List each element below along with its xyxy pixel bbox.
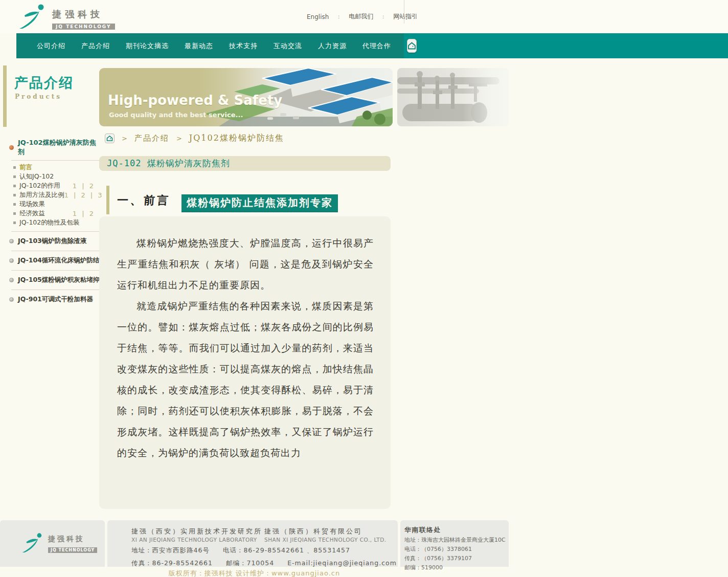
hero-banner: High-powered & Safety Good quality and t… — [99, 68, 393, 126]
photo-fade — [463, 68, 509, 126]
logo-text-cn: 捷强科技 — [52, 8, 115, 20]
sidebar-item-jq104[interactable]: JQ-104循环流化床锅炉防结焦剂 — [7, 251, 99, 270]
bullet-icon — [9, 258, 14, 263]
bullet-icon — [9, 239, 14, 243]
sidebar-item-jq103[interactable]: JQ-103锅炉防焦除渣液 — [7, 232, 99, 251]
nav-item-products[interactable]: 产品介绍 — [81, 41, 110, 51]
content-panel: 煤粉锅炉燃烧热强度大、炉膛温度高，运行中很易产生严重结焦和积灰（ 灰堵） 问题，… — [99, 216, 391, 509]
bullet-icon — [9, 297, 14, 302]
sidebar-menu: JQ-102煤粉锅炉清灰防焦剂 前言 认知JQ-102 JQ-102的作用 1 … — [7, 135, 99, 309]
nav-item-hr[interactable]: 人力资源 — [318, 41, 347, 51]
body-paragraph-1: 煤粉锅炉燃烧热强度大、炉膛温度高，运行中很易产生严重结焦和积灰（ 灰堵） 问题，… — [117, 233, 374, 296]
equipment-photo — [397, 68, 509, 126]
logo-text-en: JQ TECHNOLOGY — [52, 24, 115, 30]
link-separator: ： — [336, 13, 342, 20]
breadcrumb-separator: > — [122, 135, 127, 142]
home-icon — [407, 41, 416, 50]
company1-name: 捷强（西安）实用新技术开发研究所 — [131, 527, 264, 536]
footer-address: 地址：西安市西影路46号 — [131, 546, 210, 555]
company2-name: 捷强（陕西）科贸有限公司 — [264, 527, 386, 536]
footer: 捷强科技 JQ TECHNOLOGY 捷强（西安）实用新技术开发研究所 XI A… — [0, 520, 509, 567]
nav-item-support[interactable]: 技术支持 — [229, 41, 258, 51]
sidebar-item-usage[interactable]: 加用方法及比例 1 | 2 | 3 — [7, 190, 99, 199]
footer-logo-text-en: JQ TECHNOLOGY — [48, 547, 97, 553]
south-phone: 电话：（0756）3378061 — [404, 545, 509, 553]
heading-accent-stripe — [106, 186, 109, 214]
company1-name-en: XI AN JIEQIANG TECHNOLOGY LABORATORY — [131, 537, 264, 543]
pagination-links[interactable]: 1 | 2 — [73, 210, 95, 217]
copyright-text: 版权所有：接强科技 设计维护： — [169, 569, 271, 577]
banner-title: High-powered & Safety — [108, 93, 282, 108]
footer-zip: 邮编：710054 — [226, 559, 274, 568]
footer-logo: 捷强科技 JQ TECHNOLOGY — [21, 531, 97, 556]
foreword-heading-row: 一、前言 煤粉锅炉防止结焦添加剂专家 — [106, 186, 391, 215]
footer-phone: 电话：86-29-85542661 、85531457 — [223, 546, 350, 555]
bullet-icon — [9, 278, 14, 282]
sidebar-subtitle: Products — [15, 93, 62, 100]
square-bullet-icon — [13, 175, 16, 178]
home-button[interactable] — [407, 39, 417, 53]
square-bullet-icon — [13, 221, 16, 224]
utility-links: English ： 电邮我们 ： 网站指引 — [307, 12, 418, 21]
sidebar-group-label: JQ-102煤粉锅炉清灰防焦剂 — [18, 138, 99, 157]
footer-logo-panel: 捷强科技 JQ TECHNOLOGY — [0, 520, 105, 567]
nav-item-agency[interactable]: 代理合作 — [362, 41, 391, 51]
sidebar-item-economic[interactable]: 经济效益 1 | 2 — [7, 209, 99, 218]
footer-email-link[interactable]: E-mail:jieqiang@jieqiang.com — [287, 559, 397, 568]
footer-south-panel: 华南联络处 地址：珠海吉大园林路金景商业大厦10C 电话：（0756）33780… — [400, 520, 509, 567]
square-bullet-icon — [13, 194, 16, 196]
main-nav-left: 公司介绍 产品介绍 期刊论文摘选 最新动态 技术支持 互动交流 人力资源 代理合… — [16, 33, 404, 58]
square-bullet-icon — [13, 185, 16, 187]
logo-swoosh-icon — [18, 3, 48, 30]
logo-swoosh-icon — [21, 531, 45, 556]
sidebar-group-jq102[interactable]: JQ-102煤粉锅炉清灰防焦剂 — [7, 135, 99, 160]
nav-item-news[interactable]: 最新动态 — [185, 41, 213, 51]
footer-logo-text-cn: 捷强科技 — [48, 535, 97, 544]
breadcrumb: > 产品介绍 > JQ102煤粉锅炉防结焦 — [105, 133, 284, 144]
sidebar-item-foreword[interactable]: 前言 — [7, 163, 99, 172]
section-title: JQ-102 煤粉锅炉清灰防焦剂 — [107, 158, 230, 169]
breadcrumb-current[interactable]: JQ102煤粉锅炉防结焦 — [189, 133, 284, 144]
top-header: 捷强科技 JQ TECHNOLOGY English ： 电邮我们 ： 网站指引 — [0, 0, 728, 33]
sidebar-item-field-effect[interactable]: 现场效果 — [7, 199, 99, 209]
header-divider — [404, 0, 404, 24]
south-fax: 传真：（0756）3379107 — [404, 554, 509, 562]
link-email-us[interactable]: 电邮我们 — [349, 12, 373, 21]
main-nav: 公司介绍 产品介绍 期刊论文摘选 最新动态 技术支持 互动交流 人力资源 代理合… — [16, 33, 728, 58]
sidebar-accent-stripe — [3, 65, 7, 127]
sidebar-item-packaging[interactable]: JQ-102的物性及包装 — [7, 218, 99, 227]
pagination-links[interactable]: 1 | 2 — [73, 182, 95, 190]
sidebar-item-jq105[interactable]: JQ-105煤粉锅炉积灰粘堵抑制剂 — [7, 271, 99, 290]
footer-companies-panel: 捷强（西安）实用新技术开发研究所 XI AN JIEQIANG TECHNOLO… — [107, 520, 398, 567]
section-title-bar: JQ-102 煤粉锅炉清灰防焦剂 — [99, 156, 391, 171]
sidebar-submenu: 前言 认知JQ-102 JQ-102的作用 1 | 2 加用方法及比例 1 | … — [7, 161, 99, 231]
designer-link[interactable]: www.guangjiao.cn — [271, 569, 340, 577]
home-icon — [106, 135, 113, 142]
sidebar-item-function[interactable]: JQ-102的作用 1 | 2 — [7, 181, 99, 190]
sidebar-title: 产品介绍 — [14, 74, 74, 92]
link-sitemap[interactable]: 网站指引 — [393, 12, 418, 21]
breadcrumb-home-button[interactable] — [105, 134, 115, 143]
breadcrumb-products[interactable]: 产品介绍 — [134, 134, 169, 143]
body-paragraph-2: 就造成锅炉严重结焦的各种因素来说，煤质因素是第一位的。譬如：煤灰熔点过低；煤灰各… — [117, 296, 374, 463]
south-office-title: 华南联络处 — [404, 526, 509, 535]
square-bullet-icon — [13, 166, 16, 169]
banner-subtitle: Good quality and the best service... — [109, 111, 243, 119]
pagination-links[interactable]: 1 | 2 | 3 — [64, 191, 104, 199]
nav-item-company[interactable]: 公司介绍 — [37, 41, 65, 51]
sidebar-item-know-jq102[interactable]: 认知JQ-102 — [7, 172, 99, 181]
footer-fax: 传真：86-29-85542661 — [131, 559, 213, 568]
company2-name-en: SHAN XI JIEQIANG TECHNOLOGY CO., LTD. — [264, 537, 386, 543]
bullet-icon — [9, 145, 14, 150]
nav-item-journal[interactable]: 期刊论文摘选 — [126, 41, 169, 51]
breadcrumb-separator: > — [176, 135, 182, 142]
sidebar-item-jq901[interactable]: JQ-901可调式干粉加料器 — [7, 290, 99, 309]
expert-badge: 煤粉锅炉防止结焦添加剂专家 — [181, 194, 338, 212]
nav-item-interact[interactable]: 互动交流 — [274, 41, 302, 51]
square-bullet-icon — [13, 203, 16, 206]
link-separator: ： — [380, 13, 386, 20]
copyright-line: 版权所有：接强科技 设计维护：www.guangjiao.cn — [0, 569, 509, 577]
square-bullet-icon — [13, 212, 16, 215]
link-english[interactable]: English — [307, 13, 329, 20]
company-logo[interactable]: 捷强科技 JQ TECHNOLOGY — [18, 3, 115, 30]
